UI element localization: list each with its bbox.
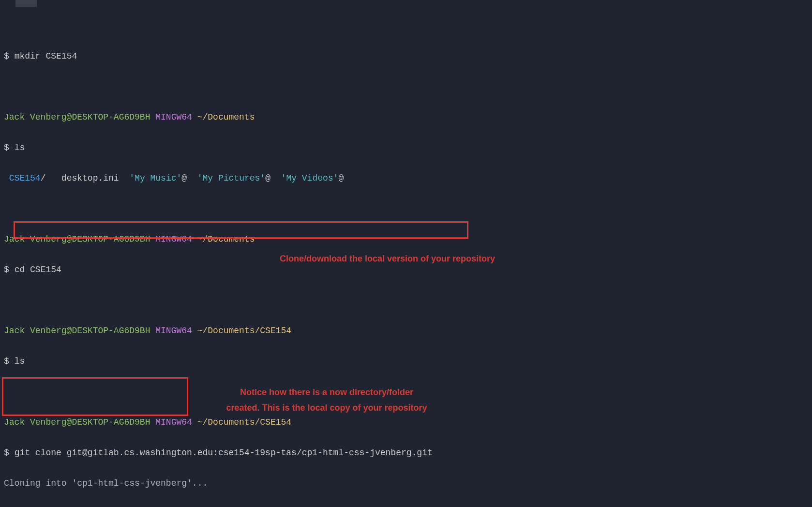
prompt-user: Jack Venberg@DESKTOP-AG6D9BH	[4, 234, 150, 244]
spacer	[150, 112, 155, 122]
prompt-user: Jack Venberg@DESKTOP-AG6D9BH	[4, 112, 150, 122]
prompt-shell: MINGW64	[155, 234, 192, 244]
command-mkdir: mkdir CSE154	[15, 51, 77, 61]
git-output-line: Cloning into 'cp1-html-css-jvenberg'...	[4, 476, 808, 492]
annotation-text-clone: Clone/download the local version of your…	[280, 251, 495, 267]
ls-output-line: CSE154/ desktop.ini 'My Music'@ 'My Pict…	[4, 171, 808, 186]
terminal-window[interactable]: $ mkdir CSE154 Jack Venberg@DESKTOP-AG6D…	[0, 0, 812, 507]
prompt-dollar: $	[4, 51, 9, 61]
command-cd: cd CSE154	[15, 265, 61, 275]
prompt-shell: MINGW64	[155, 112, 192, 122]
ls-link-my-videos: 'My Videos'	[281, 173, 339, 183]
ls-at: @	[181, 173, 187, 183]
spacer	[192, 112, 197, 122]
prompt-line: Jack Venberg@DESKTOP-AG6D9BH MINGW64 ~/D…	[4, 415, 808, 430]
prompt-user: Jack Venberg@DESKTOP-AG6D9BH	[4, 417, 150, 427]
ls-at: @	[265, 173, 271, 183]
prompt-user: Jack Venberg@DESKTOP-AG6D9BH	[4, 326, 150, 336]
prompt-line: Jack Venberg@DESKTOP-AG6D9BH MINGW64 ~/D…	[4, 232, 808, 247]
prompt-shell: MINGW64	[155, 417, 192, 427]
spacer	[9, 448, 15, 458]
prompt-path: ~/Documents	[197, 234, 255, 244]
prompt-line: Jack Venberg@DESKTOP-AG6D9BH MINGW64 ~/D…	[4, 323, 808, 339]
command-git-clone: git clone git@gitlab.cs.washington.edu:c…	[15, 448, 433, 458]
blank-line	[4, 201, 808, 217]
prompt-dollar: $	[4, 356, 9, 366]
ls-link-my-music: 'My Music'	[129, 173, 181, 183]
ls-slash: /	[41, 173, 61, 183]
blank-line	[4, 293, 808, 308]
spacer	[9, 356, 15, 366]
prompt-dollar: $	[4, 448, 9, 458]
spacer	[150, 417, 155, 427]
command-ls: ls	[15, 143, 25, 153]
prompt-path: ~/Documents/CSE154	[197, 417, 291, 427]
blank-line	[4, 79, 808, 95]
spacer	[9, 51, 15, 61]
spacer	[187, 173, 197, 183]
prompt-dollar: $	[4, 143, 9, 153]
prompt-path: ~/Documents	[197, 112, 255, 122]
spacer	[150, 326, 155, 336]
terminal-line: $ ls	[4, 140, 808, 156]
ls-file-desktop-ini: desktop.ini	[61, 173, 119, 183]
ls-dir-cse154: CSE154	[9, 173, 41, 183]
prompt-dollar: $	[4, 265, 9, 275]
tab-button[interactable]	[15, 0, 37, 7]
prompt-path: ~/Documents/CSE154	[197, 326, 291, 336]
spacer	[192, 417, 197, 427]
annotation-text-directory: Notice how there is a now directory/fold…	[213, 385, 440, 415]
command-ls: ls	[15, 356, 25, 366]
spacer	[119, 173, 130, 183]
prompt-line: Jack Venberg@DESKTOP-AG6D9BH MINGW64 ~/D…	[4, 110, 808, 125]
spacer	[9, 143, 15, 153]
ls-link-my-pictures: 'My Pictures'	[197, 173, 265, 183]
terminal-line: $ ls	[4, 354, 808, 369]
prompt-shell: MINGW64	[155, 326, 192, 336]
spacer	[9, 265, 15, 275]
spacer	[192, 234, 197, 244]
ls-at: @	[338, 173, 344, 183]
spacer	[271, 173, 281, 183]
spacer	[4, 173, 9, 183]
terminal-line: $ git clone git@gitlab.cs.washington.edu…	[4, 446, 808, 461]
terminal-line: $ mkdir CSE154	[4, 49, 808, 64]
spacer	[150, 234, 155, 244]
spacer	[192, 326, 197, 336]
